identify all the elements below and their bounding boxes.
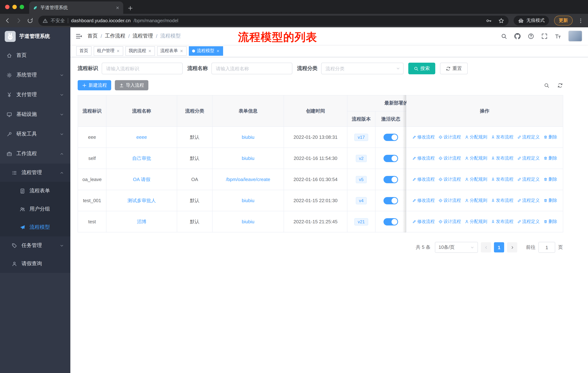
bookmark-star-icon[interactable]: [498, 18, 504, 23]
action-definition-link[interactable]: 流程定义: [517, 219, 540, 225]
sidebar-item-user-group[interactable]: 用户分组: [0, 200, 70, 218]
action-edit-link[interactable]: 修改流程: [412, 197, 435, 204]
form-info-link[interactable]: biubiu: [242, 219, 254, 224]
action-delete-link[interactable]: 删除: [543, 219, 557, 225]
close-window-button[interactable]: [5, 5, 10, 9]
action-definition-link[interactable]: 流程定义: [517, 197, 540, 204]
active-toggle[interactable]: [383, 218, 398, 225]
goto-page-input[interactable]: [538, 242, 555, 253]
close-icon[interactable]: [180, 49, 183, 53]
active-toggle[interactable]: [383, 197, 398, 204]
security-label[interactable]: 不安全: [51, 17, 65, 24]
process-name-link[interactable]: 自己审批: [132, 155, 151, 161]
github-icon[interactable]: [514, 33, 521, 39]
tag-process-form[interactable]: 流程表单: [157, 46, 187, 56]
back-button[interactable]: [4, 18, 10, 24]
close-icon[interactable]: [216, 49, 220, 53]
close-icon[interactable]: [116, 49, 120, 53]
zoom-window-button[interactable]: [20, 5, 24, 9]
action-edit-link[interactable]: 修改流程: [412, 176, 435, 182]
browser-menu-icon[interactable]: [578, 18, 584, 23]
forward-button[interactable]: [16, 18, 22, 24]
address-bar[interactable]: 不安全 dashboard.yudao.iocoder.cn /bpm/mana…: [38, 15, 509, 26]
action-assign-link[interactable]: 分配规则: [465, 134, 487, 140]
action-design-link[interactable]: 设计流程: [438, 219, 461, 225]
action-design-link[interactable]: 设计流程: [438, 134, 461, 140]
form-info-link[interactable]: biubiu: [242, 198, 254, 203]
form-info-link[interactable]: biubiu: [242, 134, 254, 140]
active-toggle[interactable]: [383, 133, 398, 141]
tag-home[interactable]: 首页: [76, 46, 92, 56]
action-delete-link[interactable]: 删除: [543, 155, 557, 161]
action-publish-link[interactable]: 发布流程: [491, 219, 514, 225]
sidebar-item-process-management[interactable]: 流程管理: [0, 163, 70, 182]
action-design-link[interactable]: 设计流程: [438, 155, 461, 161]
tab-close-icon[interactable]: [116, 6, 120, 10]
action-definition-link[interactable]: 流程定义: [517, 176, 540, 182]
action-assign-link[interactable]: 分配规则: [465, 219, 487, 225]
password-key-icon[interactable]: [486, 18, 492, 23]
sidebar-item-workflow[interactable]: 工作流程: [0, 144, 70, 163]
action-edit-link[interactable]: 修改流程: [412, 155, 435, 161]
process-name-input[interactable]: [211, 63, 292, 74]
search-icon[interactable]: [501, 33, 507, 39]
action-publish-link[interactable]: 发布流程: [491, 134, 514, 140]
action-edit-link[interactable]: 修改流程: [412, 219, 435, 225]
search-button[interactable]: 搜索: [408, 63, 435, 74]
next-page-button[interactable]: [507, 242, 517, 252]
process-name-link[interactable]: eeee: [136, 134, 147, 140]
new-tab-button[interactable]: [128, 5, 133, 11]
process-id-input[interactable]: [102, 63, 183, 74]
import-process-button[interactable]: 导入流程: [115, 80, 148, 90]
create-process-button[interactable]: 新建流程: [78, 80, 111, 90]
sidebar-item-task-management[interactable]: 任务管理: [0, 236, 70, 255]
browser-tab[interactable]: 芋道管理系统: [29, 1, 123, 14]
font-size-icon[interactable]: [555, 33, 561, 39]
avatar[interactable]: [568, 30, 582, 41]
tag-tenant-management[interactable]: 租户管理: [94, 46, 123, 56]
sidebar-item-dev-tools[interactable]: 研发工具: [0, 124, 70, 144]
action-assign-link[interactable]: 分配规则: [465, 155, 487, 161]
fullscreen-icon[interactable]: [541, 33, 547, 39]
reset-button[interactable]: 重置: [440, 63, 468, 74]
tag-process-model[interactable]: 流程模型: [189, 46, 223, 56]
sidebar-item-process-form[interactable]: 流程表单: [0, 182, 70, 200]
process-name-link[interactable]: OA 请假: [133, 176, 150, 182]
table-search-icon[interactable]: [544, 82, 549, 88]
close-icon[interactable]: [148, 49, 152, 53]
help-icon[interactable]: [528, 33, 534, 39]
page-size-select[interactable]: 10条/页: [435, 242, 478, 253]
sidebar-item-leave-query[interactable]: 请假查询: [0, 255, 70, 273]
action-delete-link[interactable]: 删除: [543, 134, 557, 140]
current-page-button[interactable]: 1: [494, 242, 504, 252]
hamburger-icon[interactable]: [75, 33, 82, 40]
breadcrumb-process-management[interactable]: 流程管理: [133, 33, 153, 39]
action-publish-link[interactable]: 发布流程: [491, 197, 514, 204]
action-assign-link[interactable]: 分配规则: [465, 176, 487, 182]
action-delete-link[interactable]: 删除: [543, 197, 557, 204]
table-refresh-icon[interactable]: [557, 82, 563, 88]
active-toggle[interactable]: [383, 176, 398, 183]
sidebar-item-process-model[interactable]: 流程模型: [0, 218, 70, 236]
action-publish-link[interactable]: 发布流程: [491, 176, 514, 182]
active-toggle[interactable]: [383, 155, 398, 162]
action-edit-link[interactable]: 修改流程: [412, 134, 435, 140]
breadcrumb-workflow[interactable]: 工作流程: [105, 33, 126, 39]
form-info-link[interactable]: biubiu: [242, 156, 254, 161]
process-name-link[interactable]: 滔博: [137, 219, 146, 224]
app-logo[interactable]: 芋道管理系统: [0, 27, 70, 46]
breadcrumb-home[interactable]: 首页: [87, 33, 98, 39]
sidebar-item-system-management[interactable]: 系统管理: [0, 65, 70, 85]
action-design-link[interactable]: 设计流程: [438, 176, 461, 182]
action-delete-link[interactable]: 删除: [543, 176, 557, 182]
action-publish-link[interactable]: 发布流程: [491, 155, 514, 161]
prev-page-button[interactable]: [481, 242, 491, 252]
action-assign-link[interactable]: 分配规则: [465, 197, 487, 204]
reload-button[interactable]: [27, 18, 33, 24]
action-definition-link[interactable]: 流程定义: [517, 134, 540, 140]
sidebar-item-infrastructure[interactable]: 基础设施: [0, 105, 70, 124]
process-name-link[interactable]: 测试多审批人: [127, 198, 156, 203]
action-definition-link[interactable]: 流程定义: [517, 155, 540, 161]
sidebar-item-payment-management[interactable]: 支付管理: [0, 85, 70, 105]
minimize-window-button[interactable]: [12, 5, 17, 9]
